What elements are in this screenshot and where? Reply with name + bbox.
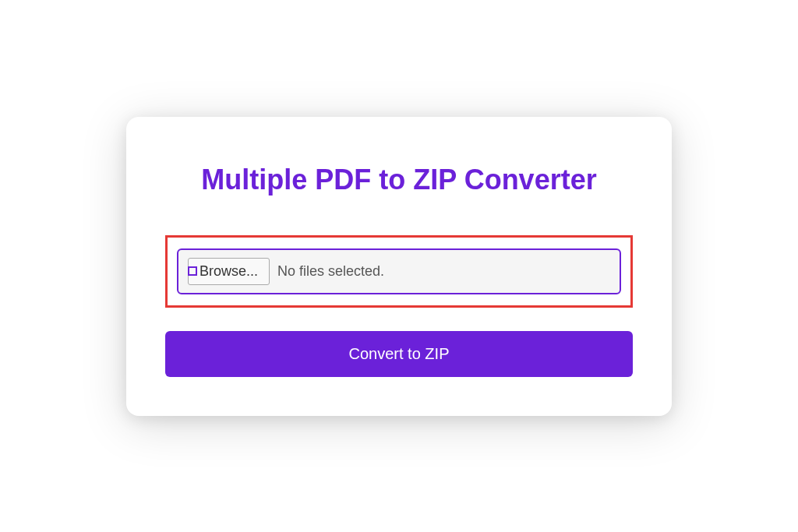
highlight-annotation: Browse... No files selected.: [165, 235, 633, 308]
file-status-text: No files selected.: [277, 263, 384, 280]
browse-button[interactable]: Browse...: [188, 258, 270, 285]
file-input-container[interactable]: Browse... No files selected.: [177, 248, 621, 294]
convert-button[interactable]: Convert to ZIP: [165, 331, 633, 377]
page-title: Multiple PDF to ZIP Converter: [165, 164, 633, 196]
converter-card: Multiple PDF to ZIP Converter Browse... …: [126, 117, 672, 416]
